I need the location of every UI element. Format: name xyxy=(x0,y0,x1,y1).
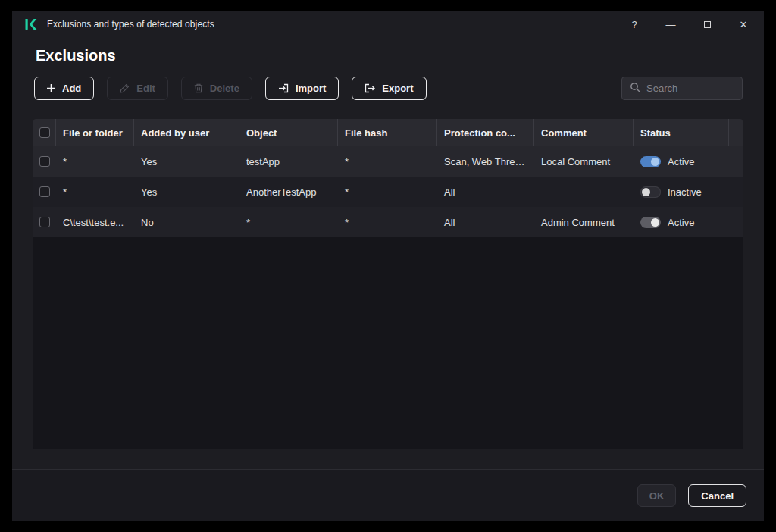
pencil-icon xyxy=(120,83,130,93)
row-checkbox[interactable] xyxy=(39,217,50,227)
toolbar: Add Edit Delete Import Export xyxy=(12,77,764,100)
cell-file-or-folder: * xyxy=(56,156,134,167)
status-label: Active xyxy=(668,156,694,167)
cell-status: Active xyxy=(634,156,729,167)
column-header-status: Status xyxy=(634,119,729,146)
export-button-label: Export xyxy=(382,83,413,94)
table-row[interactable]: * Yes AnotherTestApp * All Inactive xyxy=(33,177,743,207)
search-box xyxy=(621,77,743,100)
titlebar: Exclusions and types of detected objects… xyxy=(12,11,764,38)
status-toggle[interactable] xyxy=(640,186,661,198)
cell-status: Inactive xyxy=(634,186,729,198)
maximize-button[interactable] xyxy=(696,14,718,35)
row-checkbox[interactable] xyxy=(39,186,50,197)
column-header-comment: Comment xyxy=(534,119,634,146)
page-title: Exclusions xyxy=(36,47,764,64)
cell-added-by-user: No xyxy=(134,217,239,228)
column-header-file-hash: File hash xyxy=(338,119,437,146)
table-row[interactable]: C\test\test.e... No * * All Admin Commen… xyxy=(33,207,743,237)
cell-added-by-user: Yes xyxy=(134,186,239,198)
search-input[interactable] xyxy=(646,83,734,94)
status-label: Inactive xyxy=(668,186,702,198)
status-toggle[interactable] xyxy=(640,156,661,167)
edit-button[interactable]: Edit xyxy=(107,77,168,100)
plus-icon xyxy=(47,84,55,92)
column-header-protection: Protection co... xyxy=(437,119,534,146)
kaspersky-logo-icon xyxy=(24,18,37,30)
dialog-footer: OK Cancel xyxy=(12,469,764,521)
export-icon xyxy=(365,83,375,93)
cell-comment: Admin Comment xyxy=(534,217,634,228)
close-button[interactable]: ✕ xyxy=(732,14,755,35)
cell-file-or-folder: C\test\test.e... xyxy=(56,217,134,228)
table-row[interactable]: * Yes testApp * Scan, Web Threa... Local… xyxy=(33,146,743,177)
ok-button[interactable]: OK xyxy=(637,484,677,507)
exclusions-table: File or folder Added by user Object File… xyxy=(33,119,743,449)
cell-object: * xyxy=(239,217,338,228)
cell-protection: All xyxy=(437,217,534,228)
edit-button-label: Edit xyxy=(136,83,155,94)
maximize-icon xyxy=(704,21,711,28)
cell-added-by-user: Yes xyxy=(134,156,239,167)
cell-file-hash: * xyxy=(338,217,437,228)
cell-file-hash: * xyxy=(338,186,437,198)
cell-file-hash: * xyxy=(338,156,437,167)
cell-object: testApp xyxy=(239,156,338,167)
add-button-label: Add xyxy=(62,83,81,94)
table-empty-area xyxy=(33,237,743,449)
add-button[interactable]: Add xyxy=(34,77,94,100)
column-header-added-by-user: Added by user xyxy=(134,119,239,146)
select-all-checkbox[interactable] xyxy=(39,127,50,138)
row-checkbox[interactable] xyxy=(39,156,50,167)
cell-protection: All xyxy=(437,186,534,198)
cell-object: AnotherTestApp xyxy=(239,186,338,198)
table-header: File or folder Added by user Object File… xyxy=(33,119,743,146)
status-label: Active xyxy=(668,217,694,228)
cell-comment: Local Comment xyxy=(534,156,634,167)
import-button-label: Import xyxy=(296,83,326,94)
delete-button-label: Delete xyxy=(210,83,239,94)
exclusions-window: Exclusions and types of detected objects… xyxy=(12,11,764,521)
cancel-button[interactable]: Cancel xyxy=(688,484,746,507)
minimize-button[interactable]: — xyxy=(659,14,682,35)
import-button[interactable]: Import xyxy=(265,77,339,100)
search-icon xyxy=(630,82,640,95)
column-header-file-or-folder: File or folder xyxy=(56,119,134,146)
trash-icon xyxy=(194,83,203,93)
cell-file-or-folder: * xyxy=(56,186,134,198)
cell-status: Active xyxy=(634,217,729,228)
window-title: Exclusions and types of detected objects xyxy=(47,19,214,30)
export-button[interactable]: Export xyxy=(352,77,426,100)
status-toggle[interactable] xyxy=(640,217,661,228)
column-header-object: Object xyxy=(239,119,338,146)
cell-protection: Scan, Web Threa... xyxy=(437,156,534,167)
import-icon xyxy=(278,83,289,93)
help-button[interactable]: ? xyxy=(623,14,646,35)
delete-button[interactable]: Delete xyxy=(181,77,252,100)
